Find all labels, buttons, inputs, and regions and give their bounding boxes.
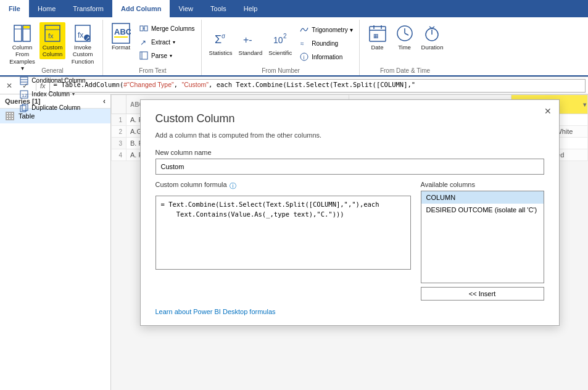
rounding-label: Rounding bbox=[312, 40, 338, 47]
svg-rect-22 bbox=[140, 26, 143, 31]
svg-text:Σ: Σ bbox=[215, 33, 222, 46]
trig-label: Trigonometry ▾ bbox=[312, 27, 352, 33]
duration-icon bbox=[422, 23, 442, 43]
duration-label: Duration bbox=[421, 44, 444, 51]
custom-column-label: CustomColumn bbox=[43, 44, 63, 58]
index-col-label: Index Column bbox=[31, 91, 70, 98]
time-button[interactable]: Time bbox=[392, 22, 418, 52]
merge-cols-icon bbox=[139, 23, 149, 33]
formula-label: Custom column formula bbox=[155, 181, 227, 188]
dialog-overlay: ✕ Custom Column Add a column that is com… bbox=[111, 94, 588, 390]
svg-text:σ: σ bbox=[222, 33, 226, 39]
index-col-button[interactable]: 123 Index Column ▾ bbox=[17, 88, 88, 101]
trig-button[interactable]: Trigonometry ▾ bbox=[297, 23, 355, 36]
trig-icon bbox=[299, 25, 309, 35]
duplicate-col-button[interactable]: Duplicate Column bbox=[17, 102, 88, 114]
insert-button[interactable]: << Insert bbox=[421, 287, 544, 301]
parse-icon bbox=[139, 51, 149, 60]
custom-column-dialog: ✕ Custom Column Add a column that is com… bbox=[140, 99, 560, 326]
col-name-input[interactable] bbox=[155, 159, 544, 175]
svg-rect-23 bbox=[144, 26, 147, 31]
learn-link[interactable]: Learn about Power BI Desktop formulas bbox=[155, 308, 276, 315]
col-from-examples-icon bbox=[12, 23, 32, 43]
merge-cols-button[interactable]: Merge Columns bbox=[136, 22, 197, 35]
available-cols-label: Available columns bbox=[421, 181, 544, 188]
format-label: Format bbox=[112, 44, 130, 51]
ribbon-tabs: File Home Transform Add Column View Tool… bbox=[0, 0, 588, 17]
svg-text:≈: ≈ bbox=[300, 40, 304, 47]
tab-help[interactable]: Help bbox=[235, 0, 267, 17]
svg-rect-12 bbox=[20, 77, 28, 85]
information-button[interactable]: i Information bbox=[297, 51, 355, 63]
conditional-col-button[interactable]: Conditional Column bbox=[17, 75, 88, 87]
general-group-label: General bbox=[2, 67, 102, 74]
rounding-icon: ≈ bbox=[299, 38, 309, 48]
duplicate-col-icon bbox=[19, 103, 29, 113]
formula-input[interactable]: = Table.AddColumn(#"Changed Type", "Cust… bbox=[49, 79, 586, 93]
from-text-group-label: From Text bbox=[104, 67, 201, 74]
invoke-custom-label: Invoke CustomFunction bbox=[69, 44, 96, 65]
tab-transform[interactable]: Transform bbox=[64, 0, 112, 17]
svg-text:↗: ↗ bbox=[140, 38, 146, 46]
extract-button[interactable]: ↗ Extract ▾ bbox=[136, 36, 197, 48]
main-area: ABC COLUMN ▾ ABC DESIRED OUTCOME (isolat… bbox=[111, 94, 588, 390]
from-number-group-label: From Number bbox=[203, 67, 359, 74]
invoke-custom-icon: fx↗ bbox=[73, 23, 93, 43]
svg-rect-26 bbox=[140, 52, 147, 59]
duplicate-col-label: Duplicate Column bbox=[31, 104, 80, 111]
formula-cancel-button[interactable]: ✕ bbox=[2, 79, 16, 93]
extract-label: Extract bbox=[151, 39, 170, 46]
scientific-button[interactable]: 102 Scientific bbox=[266, 28, 294, 57]
conditional-col-label: Conditional Column bbox=[31, 77, 85, 84]
tab-view[interactable]: View bbox=[170, 0, 202, 17]
statistics-label: Statistics bbox=[209, 49, 233, 56]
conditional-col-icon bbox=[19, 76, 29, 86]
ribbon-content: Column FromExamples ▾ fx CustomColumn fx… bbox=[0, 17, 588, 77]
formula-help-icon[interactable]: ⓘ bbox=[230, 181, 236, 191]
statistics-button[interactable]: Σσ Statistics bbox=[207, 28, 235, 57]
svg-text:i: i bbox=[304, 54, 305, 60]
time-label: Time bbox=[398, 44, 411, 51]
svg-text:+-: +- bbox=[243, 35, 252, 45]
table-icon bbox=[5, 111, 15, 121]
ribbon-group-general: Column FromExamples ▾ fx CustomColumn fx… bbox=[2, 20, 103, 75]
date-button[interactable]: ▦ Date bbox=[365, 22, 391, 52]
dialog-close-button[interactable]: ✕ bbox=[542, 105, 554, 117]
svg-text:10: 10 bbox=[273, 35, 283, 45]
invoke-custom-button[interactable]: fx↗ Invoke CustomFunction bbox=[67, 22, 99, 66]
col-from-examples-button[interactable]: Column FromExamples ▾ bbox=[6, 22, 38, 73]
formula-editor[interactable]: = Text.Combine(List.Select(Text.Split([C… bbox=[155, 196, 411, 270]
available-col-column[interactable]: COLUMN bbox=[421, 191, 544, 204]
tab-tools[interactable]: Tools bbox=[202, 0, 235, 17]
scientific-icon: 102 bbox=[270, 29, 290, 49]
ribbon-group-from-date-time: ▦ Date Time Duration From Date bbox=[361, 20, 450, 75]
sidebar: Queries [1] ‹ Table bbox=[0, 94, 111, 390]
svg-text:▦: ▦ bbox=[373, 33, 379, 39]
information-icon: i bbox=[299, 52, 309, 62]
statistics-icon: Σσ bbox=[211, 29, 231, 49]
tab-add-column[interactable]: Add Column bbox=[112, 0, 170, 17]
standard-label: Standard bbox=[239, 49, 263, 56]
format-icon: ABC bbox=[111, 23, 131, 43]
time-icon bbox=[395, 23, 415, 43]
date-icon: ▦ bbox=[368, 23, 387, 43]
content-area: Queries [1] ‹ Table ABC bbox=[0, 94, 588, 390]
duration-button[interactable]: Duration bbox=[419, 22, 446, 52]
available-col-desired[interactable]: DESIRED OUTCOME (isolate all 'C') bbox=[421, 204, 544, 216]
parse-button[interactable]: Parse ▾ bbox=[136, 49, 197, 62]
tab-file[interactable]: File bbox=[0, 0, 29, 17]
standard-button[interactable]: +- Standard bbox=[236, 28, 265, 57]
svg-text:fx: fx bbox=[48, 32, 54, 39]
sidebar-collapse-button[interactable]: ‹ bbox=[103, 97, 106, 106]
ribbon-group-from-number: Σσ Statistics +- Standard 102 Scientific bbox=[203, 20, 360, 75]
parse-label: Parse bbox=[151, 52, 167, 59]
standard-icon: +- bbox=[241, 29, 260, 49]
rounding-button[interactable]: ≈ Rounding bbox=[297, 37, 355, 49]
custom-column-button[interactable]: fx CustomColumn bbox=[39, 22, 65, 59]
scientific-label: Scientific bbox=[268, 49, 292, 56]
col-name-label: New column name bbox=[155, 149, 544, 156]
svg-text:↗: ↗ bbox=[85, 35, 90, 41]
available-cols-list: COLUMN DESIRED OUTCOME (isolate all 'C') bbox=[421, 191, 544, 283]
format-button[interactable]: ABC Format bbox=[108, 21, 134, 52]
tab-home[interactable]: Home bbox=[29, 0, 64, 17]
